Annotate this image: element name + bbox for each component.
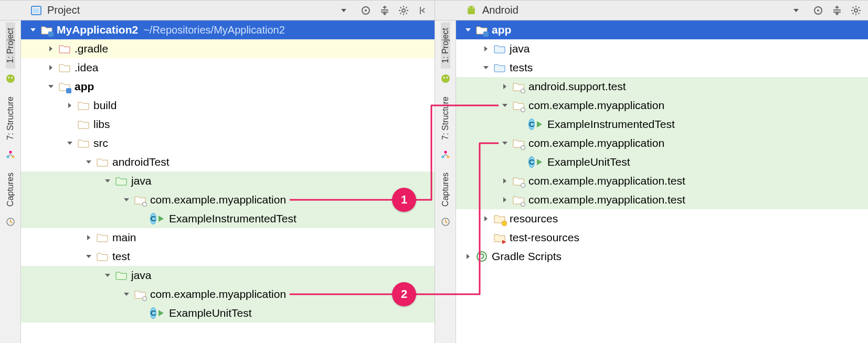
callout-2: 2 — [392, 282, 416, 306]
callout-1: 1 — [392, 188, 416, 212]
callout-connectors — [0, 0, 868, 343]
